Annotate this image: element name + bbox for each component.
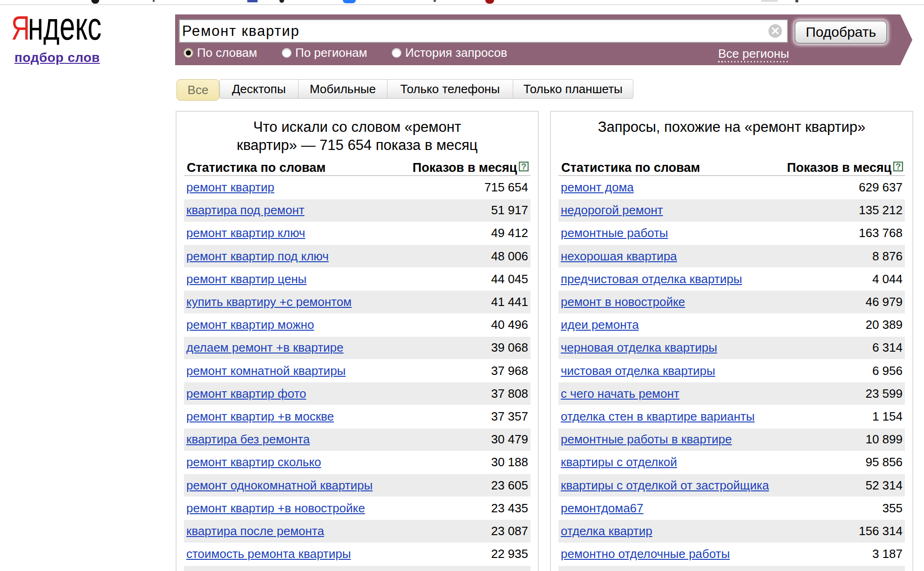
svg-text:ндекс: ндекс — [28, 4, 102, 45]
svg-text:Я: Я — [11, 9, 30, 45]
